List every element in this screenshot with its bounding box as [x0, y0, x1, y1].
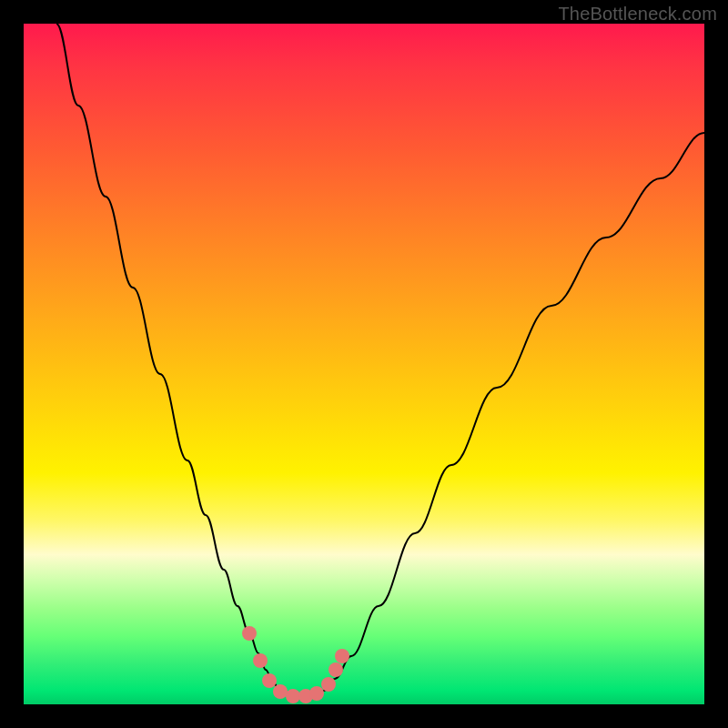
watermark-text: TheBottleneck.com	[558, 4, 717, 25]
curve-marker	[262, 673, 277, 688]
curve-marker	[335, 649, 349, 663]
bottleneck-curve	[56, 24, 704, 697]
curve-marker	[329, 662, 343, 677]
curve-marker	[242, 626, 257, 641]
chart-frame: TheBottleneck.com	[0, 0, 728, 728]
curve-markers	[242, 626, 349, 703]
curve-marker	[253, 653, 268, 668]
curve-marker	[309, 686, 324, 701]
curve-marker	[273, 684, 288, 699]
chart-svg	[24, 24, 704, 704]
curve-marker	[286, 689, 300, 703]
curve-marker	[321, 677, 336, 692]
